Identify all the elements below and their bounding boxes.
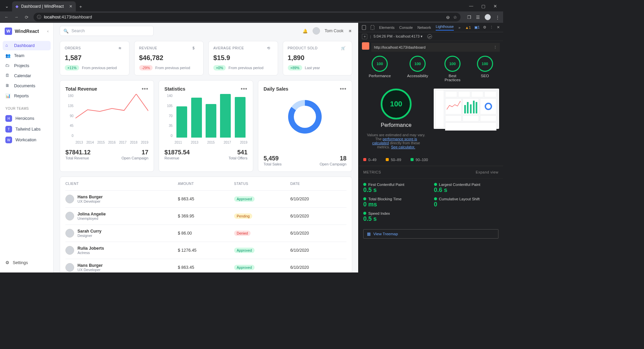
forward-icon[interactable]: → bbox=[13, 14, 19, 20]
table-row[interactable]: Rulia JobertsActress $ 1276.45 Approved … bbox=[65, 242, 346, 259]
dt-tab-lighthouse[interactable]: Lighthouse bbox=[436, 24, 454, 31]
inspect-icon[interactable] bbox=[362, 25, 366, 30]
sidebar-item-projects[interactable]: 🗀Projects bbox=[3, 61, 51, 70]
device-toggle-icon[interactable] bbox=[371, 25, 375, 30]
status-badge: Denied bbox=[234, 231, 251, 236]
table-row[interactable]: Sarah CurryDesigner $ 86.00 Denied 6/10/… bbox=[65, 225, 346, 242]
zoom-icon[interactable]: ⊖ bbox=[446, 15, 450, 20]
table-header: AMOUNT bbox=[178, 182, 234, 186]
warn-badge[interactable]: ▲1 bbox=[465, 26, 471, 30]
back-icon[interactable]: ← bbox=[3, 14, 9, 20]
table-row[interactable]: Hans BurgerUX Developer $ 863.45 Approve… bbox=[65, 191, 346, 208]
window-close-icon[interactable]: ✕ bbox=[493, 4, 497, 9]
score-gauge-accessibility[interactable]: 100Accessibility bbox=[407, 56, 428, 82]
chart-foot-right-label: Open Campaign bbox=[121, 156, 148, 160]
metric-first-contentful-paint[interactable]: First Contentful Paint0.5 s bbox=[363, 183, 428, 194]
sidebar-item-documents[interactable]: 🗎Documents bbox=[3, 81, 51, 91]
extensions-icon[interactable]: ❒ bbox=[467, 15, 471, 20]
content-scroll[interactable]: ORDERS≋ 1,587 +11%From previous period R… bbox=[54, 39, 358, 272]
maximize-icon[interactable]: ▢ bbox=[481, 4, 485, 9]
see-calc-link[interactable]: See calculator. bbox=[391, 145, 415, 149]
metric-speed-index[interactable]: Speed Index0.5 s bbox=[363, 211, 428, 222]
refresh-icon: ⟲ bbox=[267, 46, 273, 52]
kebab-icon[interactable]: ⋮ bbox=[495, 15, 500, 20]
client-role: UX Developer bbox=[77, 268, 103, 272]
dt-tab-console[interactable]: Console bbox=[399, 26, 413, 30]
sidebar-item-team[interactable]: 👥Team bbox=[3, 51, 51, 60]
topbar: 🔍 Search 🔔 Tom Cook ☀ bbox=[54, 23, 358, 39]
row-amount: $ 369.95 bbox=[178, 214, 234, 218]
new-tab-button[interactable]: ＋ bbox=[76, 2, 85, 11]
brand[interactable]: W WindReact ‹ bbox=[3, 28, 51, 35]
info-badge[interactable]: ▣1 bbox=[474, 25, 480, 30]
score-gauge-best-practices[interactable]: 100BestPractices bbox=[444, 56, 461, 82]
dt-tab-network[interactable]: Network bbox=[418, 26, 431, 30]
sidebar-item-label: Reports bbox=[14, 94, 29, 98]
score-gauge-seo[interactable]: 100SEO bbox=[477, 56, 493, 82]
view-treemap-button[interactable]: ▦ View Treemap bbox=[363, 229, 498, 239]
expand-view-link[interactable]: Expand view bbox=[476, 170, 498, 174]
browser-tab[interactable]: ◆ Dashboard | WindReact ✕ bbox=[12, 1, 76, 11]
more-icon[interactable]: ••• bbox=[142, 86, 149, 92]
score-label: Accessibility bbox=[407, 74, 428, 78]
team-item-workcation[interactable]: WWorkcation bbox=[3, 135, 51, 145]
devtools-kebab-icon[interactable]: ⋮ bbox=[490, 25, 493, 30]
address-bar[interactable]: ⓘ localhost:4173/dashboard ⊖ ☆ bbox=[34, 13, 461, 21]
score-label: Performance bbox=[369, 74, 391, 78]
stat-value: $46,782 bbox=[139, 54, 199, 62]
devtools-close-icon[interactable]: ✕ bbox=[497, 25, 500, 30]
chevron-left-icon[interactable]: ‹ bbox=[47, 29, 49, 34]
score-gauge-performance[interactable]: 100Performance bbox=[369, 56, 391, 82]
row-amount: $ 863.45 bbox=[178, 265, 234, 270]
more-icon[interactable]: ••• bbox=[340, 86, 346, 92]
table-row[interactable]: Hans BurgerUX Developer $ 863.45 Approve… bbox=[65, 259, 346, 272]
table-row[interactable]: Jolina AngelieUnemployed $ 369.95 Pendin… bbox=[65, 208, 346, 225]
settings-link[interactable]: ⚙ Settings bbox=[3, 257, 51, 268]
stat-card-orders: ORDERS≋ 1,587 +11%From previous period bbox=[60, 41, 129, 76]
chart-title: Daily Sales bbox=[264, 86, 288, 92]
bookmark-icon[interactable]: ☆ bbox=[453, 15, 457, 20]
devtools-gear-icon[interactable]: ⚙ bbox=[483, 25, 486, 30]
stat-title: AVERAGE PRICE bbox=[213, 46, 244, 52]
metric-cumulative-layout-shift[interactable]: Cumulative Layout Shift0 bbox=[434, 197, 499, 208]
bell-icon[interactable]: 🔔 bbox=[303, 29, 308, 34]
sidepanel-icon[interactable]: ☰ bbox=[476, 15, 480, 20]
site-info-icon[interactable]: ⓘ bbox=[37, 14, 41, 20]
score-ring: 100 bbox=[444, 56, 461, 72]
user-name[interactable]: Tom Cook bbox=[325, 29, 343, 33]
metric-total-blocking-time[interactable]: Total Blocking Time0 ms bbox=[363, 197, 428, 208]
tab-search-icon[interactable]: ⌄ bbox=[3, 2, 11, 10]
dt-tab-elements[interactable]: Elements bbox=[379, 26, 394, 30]
client-name: Jolina Angelie bbox=[77, 212, 106, 216]
stat-note: From previous period bbox=[228, 66, 263, 70]
team-item-heroicons[interactable]: HHeroicons bbox=[3, 113, 51, 124]
sidebar-item-reports[interactable]: 📊Reports bbox=[3, 91, 51, 101]
profile-avatar[interactable] bbox=[485, 14, 491, 20]
stat-card-product-sold: PRODUCT SOLD🛒 1,890 +89%Last year bbox=[283, 41, 353, 76]
sidebar-item-dashboard[interactable]: ⌂Dashboard bbox=[3, 41, 51, 50]
chart-foot-left-value: 5,459 bbox=[264, 155, 282, 162]
client-role: Actress bbox=[77, 251, 104, 255]
sidebar-item-label: Calendar bbox=[14, 73, 31, 78]
chart-foot-right-value: 541 bbox=[229, 149, 248, 156]
metric-largest-contentful-paint[interactable]: Largest Contentful Paint0.6 s bbox=[434, 183, 499, 194]
page-screenshot bbox=[434, 89, 499, 129]
chart-foot-left-label: Total Revenue bbox=[65, 156, 91, 160]
close-icon[interactable]: ✕ bbox=[69, 4, 72, 9]
more-icon[interactable]: ••• bbox=[241, 86, 248, 92]
reload-icon[interactable]: ⟳ bbox=[23, 14, 30, 20]
report-timestamp[interactable]: 5:04:26 PM - localhost:4173 ▾ bbox=[374, 34, 423, 39]
new-report-button[interactable]: ＋ bbox=[362, 34, 367, 39]
score-label: SEO bbox=[481, 74, 489, 78]
search-input[interactable]: 🔍 Search bbox=[60, 26, 154, 36]
layers-icon: ≋ bbox=[118, 46, 124, 52]
brand-logo: W bbox=[5, 28, 12, 35]
sidebar-item-calendar[interactable]: 🗓Calendar bbox=[3, 71, 51, 81]
chart-card-daily-sales: Daily Sales••• 5,459Total Sales 18Open C… bbox=[258, 80, 352, 172]
minimize-icon[interactable]: — bbox=[469, 4, 474, 9]
user-avatar[interactable] bbox=[313, 27, 320, 35]
report-menu-icon[interactable]: ⋮ bbox=[493, 45, 497, 50]
team-item-tailwind-labs[interactable]: TTailwind Labs bbox=[3, 124, 51, 135]
theme-toggle-icon[interactable]: ☀ bbox=[348, 29, 352, 34]
more-tabs-icon[interactable]: » bbox=[459, 26, 461, 30]
